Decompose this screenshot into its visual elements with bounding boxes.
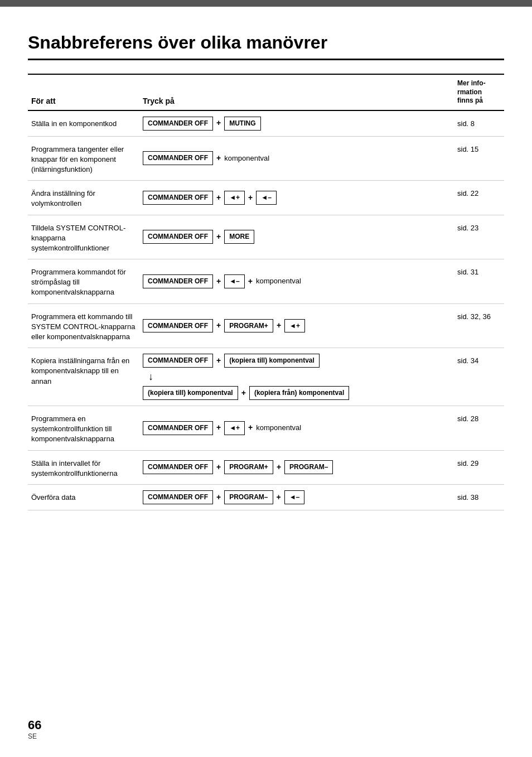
key-box: ◄– (284, 490, 305, 504)
row-description: Ställa in en komponentkod (28, 110, 139, 136)
plus-sign: + (216, 355, 221, 367)
key-sequence: COMMANDER OFF+komponentval (143, 151, 451, 165)
row-page-ref: sid. 32, 36 (454, 303, 504, 348)
key-box: (kopiera till) komponentval (224, 354, 320, 368)
key-box: COMMANDER OFF (143, 274, 213, 288)
plus-sign: + (216, 422, 221, 433)
row-description: Kopiera inställningarna från en komponen… (28, 348, 139, 406)
key-sequence: COMMANDER OFF+◄++komponentval (143, 421, 451, 435)
plus-sign: + (248, 276, 253, 287)
plus-sign: + (216, 492, 221, 503)
key-box: COMMANDER OFF (143, 421, 213, 435)
plus-sign: + (216, 118, 221, 129)
key-sequence: COMMANDER OFF+◄++◄– (143, 191, 451, 205)
plus-sign: + (216, 276, 221, 287)
row-page-ref: sid. 29 (454, 450, 504, 484)
key-box: (kopiera från) komponentval (249, 386, 349, 400)
row-page-ref: sid. 23 (454, 215, 504, 259)
table-row: Tilldela SYSTEM CONTROL-knapparna system… (28, 215, 504, 259)
row-description: Tilldela SYSTEM CONTROL-knapparna system… (28, 215, 139, 259)
row-sequence: COMMANDER OFF+MUTING (139, 110, 454, 136)
down-arrow-icon: ↓ (148, 370, 153, 384)
key-box: MUTING (224, 117, 260, 131)
page: Snabbreferens över olika manövrer För at… (0, 0, 532, 757)
plus-sign: + (248, 192, 253, 204)
key-text: komponentval (224, 153, 269, 163)
key-box: ◄+ (224, 191, 245, 205)
plus-sign: + (216, 232, 221, 243)
table-row: Programmera kommandot för strömpåslag ti… (28, 259, 504, 304)
key-box: COMMANDER OFF (143, 319, 213, 333)
row-description: Överföra data (28, 484, 139, 510)
row-sequence: COMMANDER OFF+PROGRAM++PROGRAM– (139, 450, 454, 484)
table-row: Kopiera inställningarna från en komponen… (28, 348, 504, 406)
key-box: PROGRAM– (284, 460, 333, 474)
row-sequence: COMMANDER OFF+MORE (139, 215, 454, 259)
key-sequence: COMMANDER OFF+MORE (143, 230, 451, 244)
row-sequence: COMMANDER OFF+komponentval (139, 136, 454, 181)
key-box: COMMANDER OFF (143, 191, 213, 205)
reference-table: För att Tryck på Mer info-rmationfinns p… (28, 74, 504, 510)
key-box: MORE (224, 230, 254, 244)
plus-sign: + (277, 492, 281, 503)
row-description: Programmera ett kommando till SYSTEM CON… (28, 303, 139, 348)
key-box: COMMANDER OFF (143, 490, 213, 504)
key-box: COMMANDER OFF (143, 117, 213, 131)
key-box: ◄– (224, 274, 245, 288)
row-page-ref: sid. 8 (454, 110, 504, 136)
row-sequence: COMMANDER OFF+◄++◄– (139, 181, 454, 215)
plus-sign: + (277, 462, 281, 473)
key-text: komponentval (256, 423, 301, 433)
row-sequence: COMMANDER OFF+(kopiera till) komponentva… (139, 348, 454, 406)
plus-sign: + (241, 388, 246, 399)
row-sequence: COMMANDER OFF+◄++komponentval (139, 406, 454, 450)
row-description: Ställa in intervallet för systemkontroll… (28, 450, 139, 484)
table-row: Programmera tangenter eller knappar för … (28, 136, 504, 181)
col-header-for-att: För att (28, 74, 139, 110)
key-text: komponentval (256, 276, 301, 286)
page-title: Snabbreferens över olika manövrer (28, 32, 504, 60)
key-box: COMMANDER OFF (143, 151, 213, 165)
key-sequence: COMMANDER OFF+PROGRAM++PROGRAM– (143, 460, 451, 474)
key-box: (kopiera till) komponentval (143, 386, 238, 400)
plus-sign: + (248, 422, 253, 433)
row-description: Programmera en systemkontrollfunktion ti… (28, 406, 139, 450)
row-sequence: COMMANDER OFF+PROGRAM–+◄– (139, 484, 454, 510)
row-sequence: COMMANDER OFF+◄–+komponentval (139, 259, 454, 304)
table-row: Ändra inställning för volymkontrollenCOM… (28, 181, 504, 215)
row-page-ref: sid. 28 (454, 406, 504, 450)
row-page-ref: sid. 38 (454, 484, 504, 510)
key-box: ◄– (256, 191, 277, 205)
table-row: Överföra dataCOMMANDER OFF+PROGRAM–+◄–si… (28, 484, 504, 510)
key-sequence: COMMANDER OFF+PROGRAM–+◄– (143, 490, 451, 504)
table-row: Ställa in en komponentkodCOMMANDER OFF+M… (28, 110, 504, 136)
col-header-mer-info: Mer info-rmationfinns på (454, 74, 504, 110)
key-box: COMMANDER OFF (143, 460, 213, 474)
table-row: Programmera en systemkontrollfunktion ti… (28, 406, 504, 450)
plus-sign: + (216, 153, 221, 164)
key-box: ◄+ (284, 319, 305, 333)
plus-sign: + (216, 320, 221, 331)
key-sequence: COMMANDER OFF+◄–+komponentval (143, 274, 451, 288)
key-box: PROGRAM– (224, 490, 273, 504)
row-description: Programmera kommandot för strömpåslag ti… (28, 259, 139, 304)
table-row: Ställa in intervallet för systemkontroll… (28, 450, 504, 484)
key-box: PROGRAM+ (224, 319, 273, 333)
copy-sequence: COMMANDER OFF+(kopiera till) komponentva… (143, 354, 451, 400)
key-box: PROGRAM+ (224, 460, 273, 474)
top-bar (0, 0, 532, 7)
key-sequence: COMMANDER OFF+MUTING (143, 117, 451, 131)
plus-sign: + (216, 462, 221, 473)
key-sequence: COMMANDER OFF+PROGRAM++◄+ (143, 319, 451, 333)
page-lang: SE (28, 732, 41, 740)
row-sequence: COMMANDER OFF+PROGRAM++◄+ (139, 303, 454, 348)
row-description: Programmera tangenter eller knappar för … (28, 136, 139, 181)
key-box: COMMANDER OFF (143, 354, 213, 368)
page-footer: 66 SE (28, 718, 41, 740)
row-page-ref: sid. 15 (454, 136, 504, 181)
row-description: Ändra inställning för volymkontrollen (28, 181, 139, 215)
plus-sign: + (216, 192, 221, 204)
row-page-ref: sid. 22 (454, 181, 504, 215)
key-box: COMMANDER OFF (143, 230, 213, 244)
table-row: Programmera ett kommando till SYSTEM CON… (28, 303, 504, 348)
